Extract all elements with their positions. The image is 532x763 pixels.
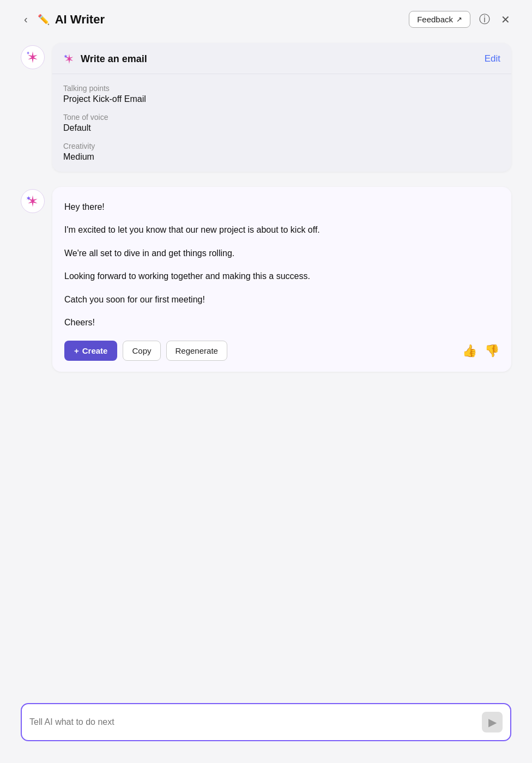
back-icon: ‹ [24, 13, 28, 25]
prompt-avatar [21, 45, 45, 69]
tone-value: Default [63, 123, 500, 133]
sparkle-icon [26, 50, 40, 64]
create-button[interactable]: + Create [64, 341, 117, 361]
pencil-icon: ✏️ [38, 14, 50, 26]
app-header: ‹ ✏️ AI Writer Feedback ↗ ⓘ ✕ [15, 0, 517, 39]
back-button[interactable]: ‹ [20, 11, 32, 28]
create-label: Create [82, 346, 108, 355]
sparkle-response-icon [26, 194, 40, 208]
feedback-button[interactable]: Feedback ↗ [409, 11, 470, 28]
prompt-card-row: Write an email Edit Talking points Proje… [21, 43, 511, 172]
header-left: ‹ ✏️ AI Writer [20, 11, 105, 28]
action-bar: + Create Copy Regenerate 👍 👎 [64, 341, 499, 361]
send-icon: ▶ [488, 716, 497, 729]
input-bar: ▶ [21, 703, 511, 741]
header-right: Feedback ↗ ⓘ ✕ [409, 10, 512, 29]
feedback-label: Feedback [417, 15, 453, 24]
response-avatar [21, 189, 45, 213]
talking-points-label: Talking points [63, 84, 500, 93]
prompt-card-header: Write an email Edit [52, 43, 511, 74]
response-card: Hey there! I'm excited to let you know t… [52, 187, 511, 372]
edit-button[interactable]: Edit [485, 53, 500, 64]
response-p3: We're all set to dive in and get things … [64, 246, 499, 261]
sparkle-title-icon [63, 53, 75, 65]
plus-icon: + [74, 346, 79, 355]
ai-input[interactable] [29, 717, 476, 727]
info-button[interactable]: ⓘ [477, 10, 492, 29]
response-p1: Hey there! [64, 200, 499, 214]
close-icon: ✕ [501, 14, 510, 26]
main-content: Write an email Edit Talking points Proje… [15, 39, 517, 693]
header-title: AI Writer [55, 13, 105, 27]
prompt-card-title: Write an email [81, 53, 147, 65]
response-text: Hey there! I'm excited to let you know t… [64, 200, 499, 330]
action-buttons-right: 👍 👎 [462, 344, 499, 358]
send-button[interactable]: ▶ [482, 712, 503, 732]
creativity-label: Creativity [63, 142, 500, 150]
response-card-row: Hey there! I'm excited to let you know t… [21, 187, 511, 372]
thumbs-down-button[interactable]: 👎 [485, 344, 499, 358]
tone-label: Tone of voice [63, 113, 500, 122]
external-link-icon: ↗ [456, 15, 462, 23]
thumbs-up-icon: 👍 [462, 344, 477, 358]
prompt-card-body: Talking points Project Kick-off Email To… [52, 74, 511, 172]
response-p5: Catch you soon for our first meeting! [64, 293, 499, 307]
creativity-value: Medium [63, 152, 500, 162]
prompt-card-title-row: Write an email [63, 53, 147, 65]
response-p6: Cheers! [64, 316, 499, 330]
action-buttons-left: + Create Copy Regenerate [64, 341, 227, 361]
copy-button[interactable]: Copy [123, 341, 160, 361]
response-p2: I'm excited to let you know that our new… [64, 223, 499, 237]
thumbs-up-button[interactable]: 👍 [462, 344, 477, 358]
prompt-card: Write an email Edit Talking points Proje… [52, 43, 511, 172]
creativity-field: Creativity Medium [63, 142, 500, 162]
regenerate-button[interactable]: Regenerate [166, 341, 227, 361]
close-button[interactable]: ✕ [499, 11, 512, 28]
thumbs-down-icon: 👎 [485, 344, 499, 358]
talking-points-field: Talking points Project Kick-off Email [63, 84, 500, 104]
tone-field: Tone of voice Default [63, 113, 500, 133]
response-p4: Looking forward to working together and … [64, 269, 499, 283]
info-icon: ⓘ [479, 13, 490, 25]
talking-points-value: Project Kick-off Email [63, 94, 500, 104]
